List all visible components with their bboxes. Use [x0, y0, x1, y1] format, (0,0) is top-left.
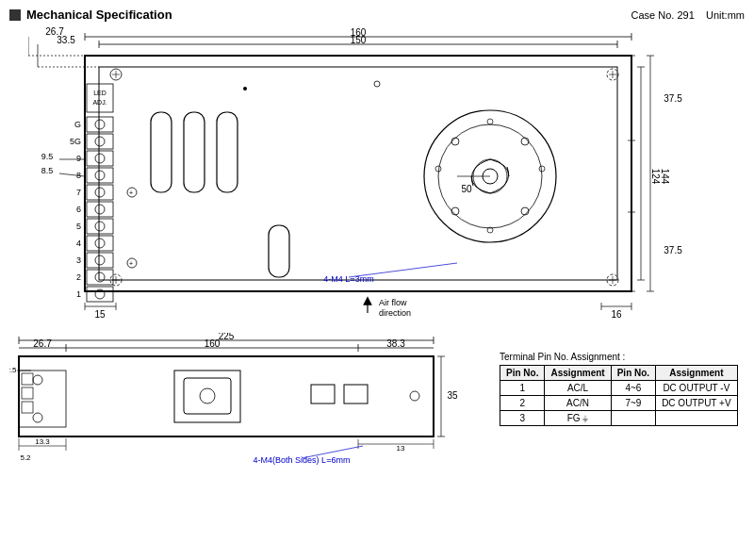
pin-no: 4~6	[611, 381, 655, 396]
svg-text:16: 16	[611, 309, 622, 320]
svg-text:+: +	[129, 260, 133, 267]
svg-text:9.5: 9.5	[41, 152, 54, 161]
pin-assign: AC/N	[545, 396, 611, 411]
case-no: Case No. 291	[631, 9, 695, 21]
svg-point-88	[451, 138, 459, 145]
svg-text:37.5: 37.5	[664, 245, 682, 255]
terminal-assignment: Terminal Pin No. Assignment : Pin No. As…	[500, 352, 738, 426]
svg-rect-61	[87, 287, 113, 302]
svg-rect-141	[22, 402, 33, 413]
svg-rect-55	[87, 253, 113, 268]
svg-point-28	[95, 120, 105, 129]
svg-point-36	[95, 154, 105, 163]
svg-text:4: 4	[76, 239, 81, 248]
col-header-pin1: Pin No.	[500, 366, 545, 381]
svg-text:7: 7	[76, 188, 81, 197]
svg-text:8.5: 8.5	[41, 166, 54, 175]
svg-rect-139	[22, 373, 33, 385]
page: Mechanical Specification Case No. 291 Un…	[0, 0, 754, 560]
svg-rect-140	[22, 387, 33, 399]
svg-point-91	[521, 207, 529, 215]
svg-point-89	[521, 138, 529, 145]
title-icon	[9, 9, 21, 21]
header: Mechanical Specification Case No. 291 Un…	[9, 8, 745, 22]
col-header-assign2: Assignment	[656, 366, 737, 381]
svg-text:5.2: 5.2	[20, 453, 31, 462]
svg-rect-151	[344, 385, 368, 404]
svg-rect-40	[87, 168, 113, 183]
pin-assign: AC/L	[545, 381, 611, 396]
svg-text:160: 160	[205, 338, 221, 349]
svg-rect-24	[87, 84, 113, 112]
svg-text:1: 1	[76, 289, 81, 299]
pin-assign: DC OUTPUT -V	[656, 381, 737, 396]
col-header-assign1: Assignment	[545, 366, 611, 381]
svg-point-31	[95, 137, 105, 146]
svg-rect-43	[87, 185, 113, 200]
svg-rect-27	[87, 117, 113, 132]
pin-no: 7~9	[611, 396, 655, 411]
title-text: Mechanical Specification	[26, 8, 172, 22]
header-right: Case No. 291 Unit:mm	[631, 9, 745, 21]
svg-point-56	[95, 255, 105, 265]
svg-text:13: 13	[397, 444, 405, 453]
pin-assign: FG ⏚	[545, 411, 611, 426]
svg-text:+: +	[129, 189, 133, 196]
pin-assign	[656, 411, 737, 426]
svg-point-135	[33, 413, 42, 422]
svg-text:3: 3	[76, 255, 81, 265]
svg-rect-150	[311, 385, 335, 404]
svg-rect-35	[87, 151, 113, 166]
svg-text:9: 9	[76, 154, 81, 163]
svg-rect-78	[217, 112, 238, 192]
bottom-diagram: 225 160 38.3 26.7 2.5	[9, 333, 471, 467]
svg-text:13.3: 13.3	[35, 437, 50, 446]
svg-rect-76	[151, 112, 172, 192]
svg-text:33.5: 33.5	[57, 35, 75, 45]
svg-text:35: 35	[447, 390, 458, 401]
pin-no	[611, 411, 655, 426]
svg-text:LED: LED	[93, 90, 107, 96]
pin-no: 2	[500, 396, 545, 411]
svg-text:150: 150	[351, 35, 367, 45]
svg-rect-133	[19, 356, 434, 436]
svg-rect-120	[269, 225, 289, 277]
svg-point-92	[487, 119, 493, 124]
col-header-pin2: Pin No.	[611, 366, 655, 381]
svg-text:15: 15	[94, 309, 106, 320]
svg-text:direction: direction	[379, 308, 411, 318]
svg-text:ADJ.: ADJ.	[92, 99, 107, 106]
pin-assign: DC OUTPUT +V	[656, 396, 737, 411]
svg-text:124: 124	[650, 169, 661, 185]
pin-no: 1	[500, 381, 545, 396]
svg-rect-0	[85, 56, 631, 291]
svg-text:5: 5	[76, 222, 81, 231]
svg-point-119	[243, 87, 247, 91]
svg-rect-30	[87, 134, 113, 149]
svg-text:2.5: 2.5	[9, 366, 17, 374]
svg-point-41	[95, 171, 105, 180]
svg-rect-46	[87, 202, 113, 217]
top-diagram: 160 150 26.7 33.5 144 124	[28, 27, 726, 329]
svg-text:225: 225	[219, 333, 235, 341]
svg-text:50: 50	[461, 184, 472, 194]
svg-rect-58	[87, 270, 113, 285]
header-title: Mechanical Specification	[9, 8, 172, 22]
svg-text:4-M4(Both Sides) L=6mm: 4-M4(Both Sides) L=6mm	[254, 455, 351, 465]
svg-point-149	[200, 388, 215, 404]
table-row: 2 AC/N 7~9 DC OUTPUT +V	[500, 396, 738, 411]
svg-point-90	[451, 207, 459, 215]
terminal-title: Terminal Pin No. Assignment :	[500, 352, 738, 362]
svg-text:6: 6	[76, 205, 81, 214]
svg-rect-77	[184, 112, 205, 192]
svg-text:38.3: 38.3	[386, 338, 405, 349]
svg-text:8: 8	[76, 171, 81, 180]
svg-rect-52	[87, 236, 113, 251]
pin-no: 3	[500, 411, 545, 426]
svg-rect-148	[184, 378, 231, 414]
svg-line-107	[349, 263, 457, 277]
bottom-section: 225 160 38.3 26.7 2.5	[9, 333, 745, 467]
svg-text:37.5: 37.5	[664, 93, 682, 104]
svg-point-53	[95, 239, 105, 248]
svg-point-83	[374, 81, 380, 87]
